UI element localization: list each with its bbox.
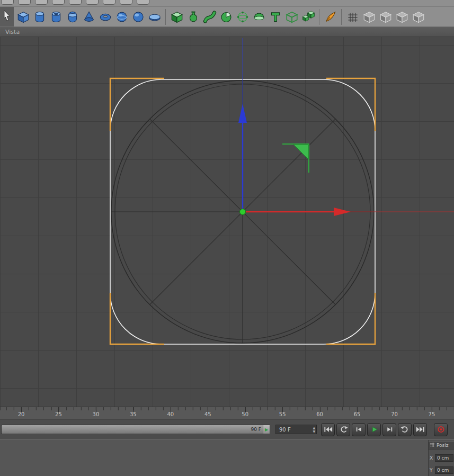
viewport-header[interactable]: Vista <box>0 27 454 37</box>
spline-pen-icon[interactable] <box>323 8 338 25</box>
deformer-cube-icon-4[interactable] <box>411 8 426 25</box>
spline-tools-group <box>321 8 340 25</box>
coordinates-panel-header[interactable]: Posiz <box>429 441 454 450</box>
timeline-controls-row: 90 F ▶ 90 F ▲▼ <box>0 419 454 439</box>
deformer-cube-icon-3[interactable] <box>394 8 410 25</box>
loop-mode-button[interactable] <box>398 423 412 436</box>
deformer-tools-group <box>343 8 428 25</box>
viewport-title: Vista <box>5 29 20 35</box>
deformer-cube-icon-1[interactable] <box>361 8 377 25</box>
ruler-label: 50 <box>242 411 248 417</box>
cinema4d-window: Vista <box>0 0 454 476</box>
frame-stepper[interactable]: ▲▼ <box>313 425 315 434</box>
viewport[interactable] <box>0 37 454 407</box>
timeline-range-slider[interactable]: 90 F ▶ <box>1 425 270 434</box>
ffd-deformer-icon[interactable] <box>235 8 250 25</box>
ruler-label: 75 <box>429 411 435 417</box>
symmetry-icon[interactable] <box>251 8 266 25</box>
boole-icon[interactable] <box>218 8 234 25</box>
toolbar-button-clipped[interactable] <box>35 0 48 5</box>
cube-primitive-icon[interactable] <box>15 8 31 25</box>
toolbar-button-clipped[interactable] <box>103 0 115 5</box>
sweep-nurbs-icon[interactable] <box>202 8 217 25</box>
instance-icon[interactable] <box>284 8 299 25</box>
timeline-ruler[interactable]: 202530354045505560657075 <box>0 407 454 419</box>
range-end-label: 90 F <box>251 427 262 432</box>
text-spline-icon[interactable] <box>268 8 283 25</box>
coordinate-row-x: X0 cm <box>429 454 454 462</box>
array-icon[interactable] <box>300 8 316 25</box>
axis-y-arrow[interactable] <box>238 104 247 123</box>
coordinate-axis-label: Y <box>430 468 433 473</box>
selection-bracket-top-left <box>110 78 164 131</box>
coordinates-panel-title: Posiz <box>437 443 449 448</box>
ruler-label: 40 <box>167 411 174 417</box>
current-frame-value: 90 F <box>279 427 291 433</box>
ruler-label: 55 <box>279 411 286 417</box>
selection-cursor-icon <box>3 10 11 24</box>
toolbar-button-clipped[interactable] <box>120 0 132 5</box>
goto-end-button[interactable] <box>413 423 427 436</box>
toolbar-button-clipped[interactable] <box>69 0 82 5</box>
sphere-primitive-icon[interactable] <box>114 8 129 25</box>
ruler-label: 45 <box>204 411 211 417</box>
step-forward-button[interactable] <box>382 423 396 436</box>
ruler-label: 65 <box>354 411 361 417</box>
tube-primitive-icon[interactable] <box>48 8 64 25</box>
disc-primitive-icon[interactable] <box>147 8 162 25</box>
goto-start-button[interactable] <box>321 423 335 436</box>
toolbar-separator <box>341 9 342 25</box>
generator-tools-group <box>167 8 317 25</box>
transport-controls <box>321 423 448 436</box>
play-backwards-button[interactable] <box>336 423 350 436</box>
play-button[interactable] <box>367 423 381 436</box>
status-bar: Posiz X0 cmY0 cm <box>0 439 454 476</box>
torus-primitive-icon[interactable] <box>97 8 113 25</box>
coordinate-row-y: Y0 cm <box>429 466 454 474</box>
hypernurbs-icon[interactable] <box>169 8 184 25</box>
hemisphere-primitive-icon[interactable] <box>130 8 146 25</box>
toolbar-button-clipped[interactable] <box>86 0 99 5</box>
toolbar-separator <box>319 9 319 25</box>
selection-bracket-bottom-left <box>110 293 164 344</box>
cone-primitive-icon[interactable] <box>81 8 96 25</box>
toolbar-button-clipped[interactable] <box>137 0 149 5</box>
ruler-ticks <box>0 407 454 410</box>
capsule-primitive-icon[interactable] <box>65 8 80 25</box>
ruler-label: 35 <box>130 411 137 417</box>
deformer-cube-icon-2[interactable] <box>378 8 393 25</box>
toolbar-button-clipped[interactable] <box>52 0 65 5</box>
lathe-nurbs-icon[interactable] <box>185 8 201 25</box>
step-back-button[interactable] <box>352 423 366 436</box>
range-handle-icon[interactable]: ▶ <box>263 425 270 434</box>
axis-x-arrow[interactable] <box>334 208 351 216</box>
grid-handle-icon <box>430 442 435 448</box>
ruler-label: 25 <box>55 411 62 417</box>
top-toolbar-partial <box>0 0 454 7</box>
primitive-tools-group <box>14 8 164 25</box>
coordinate-value-field[interactable]: 0 cm <box>435 466 453 474</box>
coordinate-axis-label: X <box>430 455 433 461</box>
selection-tool[interactable] <box>0 7 14 27</box>
record-button[interactable] <box>434 423 448 436</box>
coordinates-panel: Posiz X0 cmY0 cm <box>428 440 454 476</box>
origin-handle[interactable] <box>240 209 246 215</box>
ruler-label: 20 <box>18 411 25 417</box>
ruler-label: 70 <box>391 411 398 417</box>
grid-array-icon[interactable] <box>345 8 360 25</box>
toolbar-button-clipped[interactable] <box>18 0 31 5</box>
toolbar-button-clipped[interactable] <box>1 0 14 5</box>
status-bar-empty <box>0 440 428 476</box>
ruler-label: 30 <box>93 411 100 417</box>
current-frame-field[interactable]: 90 F ▲▼ <box>275 425 317 434</box>
main-toolbar <box>0 7 454 27</box>
cylinder-primitive-icon[interactable] <box>32 8 47 25</box>
toolbar-separator <box>165 9 166 25</box>
ruler-label: 60 <box>316 411 323 417</box>
coordinate-value-field[interactable]: 0 cm <box>435 454 453 462</box>
